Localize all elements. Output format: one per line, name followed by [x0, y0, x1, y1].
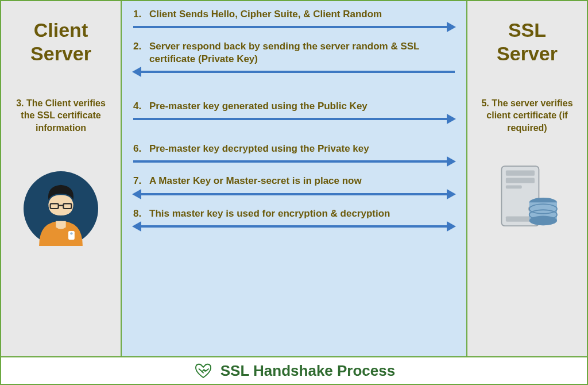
- client-title-line1: Client: [30, 18, 91, 42]
- client-note: 3. The Client verifies the SSL certifica…: [6, 97, 116, 134]
- server-title-line1: SSL: [497, 18, 558, 42]
- step-1: 1. Client Sends Hello, Cipher Suite, & C…: [133, 8, 455, 37]
- spacer: [133, 85, 455, 100]
- footer-title: SSL Handshake Process: [220, 362, 395, 380]
- step-4-text: 4. Pre-master key generated using the Pu…: [133, 100, 455, 113]
- svg-point-5: [70, 233, 72, 235]
- client-avatar-icon: [24, 171, 98, 246]
- arrow-both-icon: [133, 190, 455, 198]
- step-7-label: A Master Key or Master-secret is in plac…: [149, 175, 455, 187]
- arrow-both-icon: [133, 222, 455, 230]
- step-6-num: 6.: [133, 143, 149, 155]
- step-2-text: 2. Server respond back by sending the se…: [133, 40, 455, 66]
- step-2-num: 2.: [133, 40, 149, 66]
- step-1-num: 1.: [133, 8, 149, 21]
- step-8-num: 8.: [133, 207, 149, 220]
- step-6: 6. Pre-master key decrypted using the Pr…: [133, 143, 455, 171]
- step-6-label: Pre-master key decrypted using the Priva…: [149, 143, 455, 155]
- arrow-right-icon: [133, 115, 455, 123]
- main-row: Client Server 3. The Client verifies the…: [1, 1, 587, 356]
- server-column: SSL Server 5. The server verifies client…: [466, 1, 587, 356]
- step-6-text: 6. Pre-master key decrypted using the Pr…: [133, 143, 455, 155]
- server-note: 5. The server verifies client certificat…: [472, 97, 582, 134]
- footer: SSL Handshake Process: [1, 356, 587, 384]
- client-title: Client Server: [30, 18, 91, 66]
- svg-rect-9: [506, 186, 522, 189]
- step-7-num: 7.: [133, 175, 149, 187]
- arrow-right-icon: [133, 157, 455, 165]
- spacer: [133, 132, 455, 143]
- handshake-heart-icon: [193, 360, 214, 381]
- step-8: 8. This master key is used for encryptio…: [133, 207, 455, 236]
- diagram-container: Client Server 3. The Client verifies the…: [0, 0, 588, 385]
- step-7-text: 7. A Master Key or Master-secret is in p…: [133, 175, 455, 187]
- svg-rect-7: [506, 171, 535, 176]
- svg-rect-8: [506, 178, 535, 183]
- server-title: SSL Server: [497, 18, 558, 66]
- client-column: Client Server 3. The Client verifies the…: [1, 1, 122, 356]
- step-2: 2. Server respond back by sending the se…: [133, 40, 455, 82]
- steps-column: 1. Client Sends Hello, Cipher Suite, & C…: [122, 1, 466, 356]
- step-4: 4. Pre-master key generated using the Pu…: [133, 100, 455, 129]
- arrow-right-icon: [133, 23, 455, 31]
- step-4-label: Pre-master key generated using the Publi…: [149, 100, 455, 113]
- step-8-label: This master key is used for encryption &…: [149, 207, 455, 220]
- step-1-label: Client Sends Hello, Cipher Suite, & Clie…: [149, 8, 455, 21]
- svg-point-15: [529, 216, 557, 226]
- step-8-text: 8. This master key is used for encryptio…: [133, 207, 455, 220]
- client-title-line2: Server: [30, 42, 91, 66]
- step-2-label: Server respond back by sending the serve…: [149, 40, 455, 66]
- server-tower-icon: [490, 160, 564, 234]
- server-title-line2: Server: [497, 42, 558, 66]
- arrow-left-icon: [133, 68, 455, 76]
- step-1-text: 1. Client Sends Hello, Cipher Suite, & C…: [133, 8, 455, 21]
- step-7: 7. A Master Key or Master-secret is in p…: [133, 175, 455, 203]
- step-4-num: 4.: [133, 100, 149, 113]
